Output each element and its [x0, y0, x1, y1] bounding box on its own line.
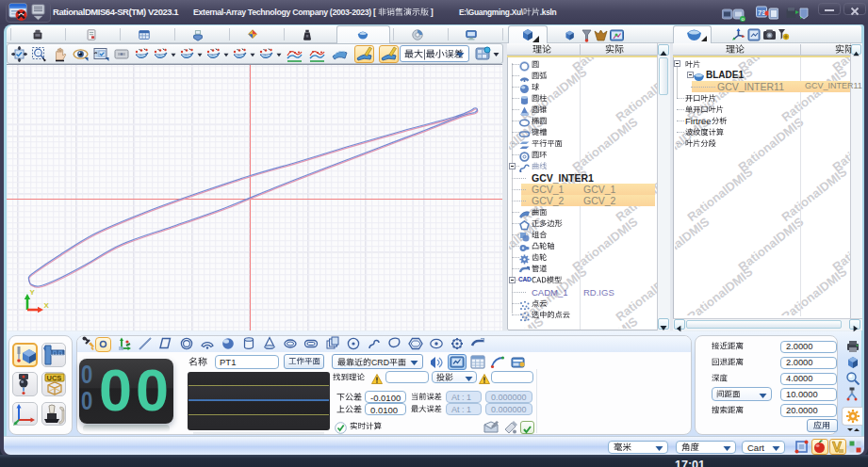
svg-text:UCS: UCS [47, 374, 62, 382]
svg-text:Y: Y [30, 288, 36, 297]
svg-text:X: X [44, 301, 50, 310]
svg-text:73: 73 [758, 8, 765, 17]
